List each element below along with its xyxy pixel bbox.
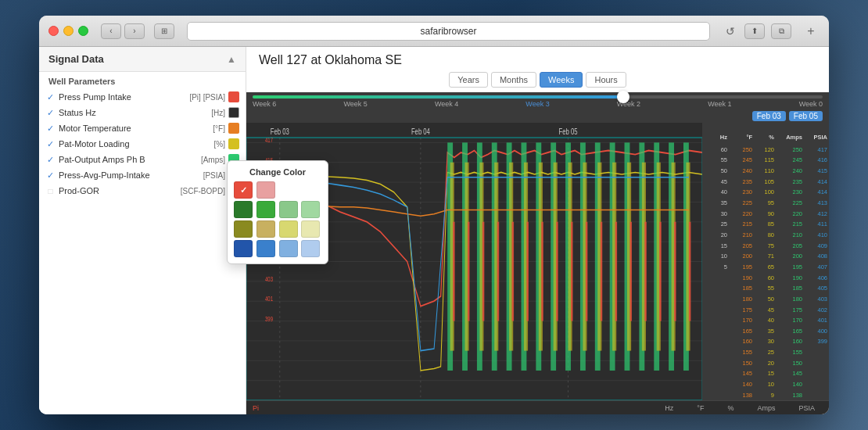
list-item[interactable]: ✓ Press Pump Intake [Pi] [PSIA]	[39, 89, 246, 105]
color-swatch-blue-pale[interactable]	[301, 240, 320, 257]
list-item[interactable]: ✓ Motor Temperature [°F]	[39, 120, 246, 136]
list-item[interactable]: ✓ Status Hz [Hz]	[39, 105, 246, 120]
checkbox-prod-gor[interactable]: □	[45, 186, 56, 196]
time-btn-months[interactable]: Months	[491, 72, 536, 88]
time-btn-weeks[interactable]: Weeks	[540, 72, 583, 88]
color-swatch-pink[interactable]	[256, 181, 275, 199]
param-unit-pat-output: [Amps]	[178, 156, 225, 164]
list-item[interactable]: ✓ Pat-Motor Loading [%]	[39, 136, 246, 152]
color-swatch-blue-med[interactable]	[256, 240, 275, 257]
color-swatch-empty1	[279, 181, 298, 199]
sidebar-header[interactable]: Signal Data ▲	[39, 47, 246, 72]
svg-rect-74	[601, 222, 603, 321]
color-swatch-red[interactable]	[234, 181, 253, 199]
week-label: Week 6	[253, 100, 276, 108]
color-swatch-green-pale[interactable]	[301, 201, 320, 218]
param-unit-pat-motor: [%]	[178, 140, 225, 149]
param-unit-status-hz: [Hz]	[178, 109, 225, 117]
svg-text:399: 399	[265, 314, 273, 323]
time-btn-hours[interactable]: Hours	[586, 72, 626, 88]
url-text: safaribrowser	[420, 26, 476, 37]
svg-text:403: 403	[265, 275, 273, 284]
svg-rect-79	[674, 222, 676, 321]
y-axis-right: Hz °F % Amps PSIA 60250120250417 5524511…	[702, 123, 829, 400]
param-unit-press-pump: [Pi] [PSIA]	[178, 93, 225, 102]
timeline-track[interactable]	[253, 95, 823, 99]
color-swatch-green-med[interactable]	[256, 201, 275, 218]
week-label: Week 5	[343, 100, 367, 108]
param-color-pat-motor[interactable]	[228, 138, 239, 149]
list-item[interactable]: □ Prod-GOR [SCF-BOPD]	[39, 183, 246, 199]
color-swatch-cream[interactable]	[301, 220, 320, 238]
param-name-pat-output: Pat-Output Amps Ph B	[59, 155, 175, 164]
bottom-label-amps: Amps	[757, 404, 775, 412]
color-swatch-tan[interactable]	[256, 220, 275, 238]
checkbox-motor-temp[interactable]: ✓	[45, 124, 56, 134]
close-button[interactable]	[48, 26, 59, 36]
sidebar: Signal Data ▲ Well Parameters ✓ Press Pu…	[39, 47, 246, 414]
url-bar[interactable]: safaribrowser	[187, 22, 710, 41]
week-label: Week 4	[435, 100, 458, 108]
list-item[interactable]: ✓ Pat-Output Amps Ph B [Amps]	[39, 152, 246, 167]
color-swatch-green-dark[interactable]	[234, 201, 253, 218]
reload-button[interactable]: ↺	[723, 23, 738, 39]
maximize-button[interactable]	[78, 26, 88, 36]
browser-window: ‹ › ⊞ safaribrowser ↺ ⬆ ⧉ + Signal Data …	[39, 16, 829, 414]
param-unit-prod-gor: [SCF-BOPD]	[178, 187, 225, 195]
nav-buttons: ‹ ›	[101, 23, 145, 39]
svg-rect-76	[629, 222, 632, 321]
col-header-psia: PSIA	[805, 134, 827, 141]
svg-rect-69	[526, 222, 529, 321]
checkbox-pat-output[interactable]: ✓	[45, 155, 56, 165]
back-button[interactable]: ‹	[101, 23, 121, 39]
checkbox-press-pump[interactable]: ✓	[45, 92, 56, 102]
svg-rect-70	[541, 222, 543, 321]
checkbox-press-avg[interactable]: ✓	[45, 170, 56, 181]
svg-rect-71	[556, 222, 558, 321]
svg-rect-68	[512, 222, 515, 321]
color-swatch-green-light[interactable]	[279, 201, 298, 218]
week-label: Week 1	[708, 100, 731, 108]
sidebar-button[interactable]: ⊞	[154, 23, 174, 39]
col-header-pct: %	[755, 134, 774, 141]
forward-button[interactable]: ›	[124, 23, 145, 39]
svg-rect-72	[571, 222, 573, 321]
share-icon: ⬆	[751, 27, 758, 35]
param-name-press-avg: Press-Avg-Pump-Intake	[59, 170, 175, 180]
bottom-label-pi: Pi	[253, 404, 259, 412]
share-button[interactable]: ⬆	[744, 23, 765, 39]
svg-text:Feb 03: Feb 03	[271, 127, 289, 137]
new-tab-button[interactable]: +	[802, 23, 820, 40]
week-label: Week 0	[799, 100, 823, 108]
param-name-prod-gor: Prod-GOR	[59, 186, 175, 195]
tabs-button[interactable]: ⧉	[771, 23, 791, 39]
traffic-lights	[48, 26, 88, 36]
param-color-motor-temp[interactable]	[228, 123, 239, 134]
svg-rect-80	[689, 222, 691, 321]
chart-area: Well 127 at Oklahoma SE Years Months Wee…	[246, 47, 829, 414]
checkbox-pat-motor[interactable]: ✓	[45, 139, 56, 149]
param-color-press-pump[interactable]	[228, 91, 239, 102]
time-btn-years[interactable]: Years	[449, 72, 488, 88]
param-color-status-hz[interactable]	[228, 107, 239, 118]
chart-canvas: Feb 03 Feb 04 Feb 05 417 415 413 411 409…	[246, 123, 829, 400]
checkbox-status-hz[interactable]: ✓	[45, 108, 56, 118]
color-swatch-blue-light[interactable]	[279, 240, 298, 257]
param-name-press-pump: Press Pump Intake	[59, 92, 175, 102]
svg-rect-78	[659, 222, 662, 321]
svg-text:Feb 05: Feb 05	[559, 127, 578, 137]
color-swatch-blue-dark[interactable]	[234, 240, 253, 257]
sidebar-title: Signal Data	[48, 53, 104, 65]
param-name-status-hz: Status Hz	[59, 108, 175, 117]
svg-text:401: 401	[265, 295, 273, 303]
color-swatch-yellow-light[interactable]	[279, 220, 298, 238]
color-swatch-olive[interactable]	[234, 220, 253, 238]
timeline-container	[246, 92, 829, 99]
bottom-label-hz: Hz	[665, 404, 673, 412]
minimize-button[interactable]	[63, 26, 74, 36]
svg-rect-66	[482, 222, 485, 321]
svg-rect-65	[468, 222, 470, 321]
timeline-handle[interactable]	[617, 91, 629, 103]
bottom-label-psia: PSIA	[798, 404, 815, 412]
list-item[interactable]: ✓ Press-Avg-Pump-Intake [PSIA]	[39, 167, 246, 183]
